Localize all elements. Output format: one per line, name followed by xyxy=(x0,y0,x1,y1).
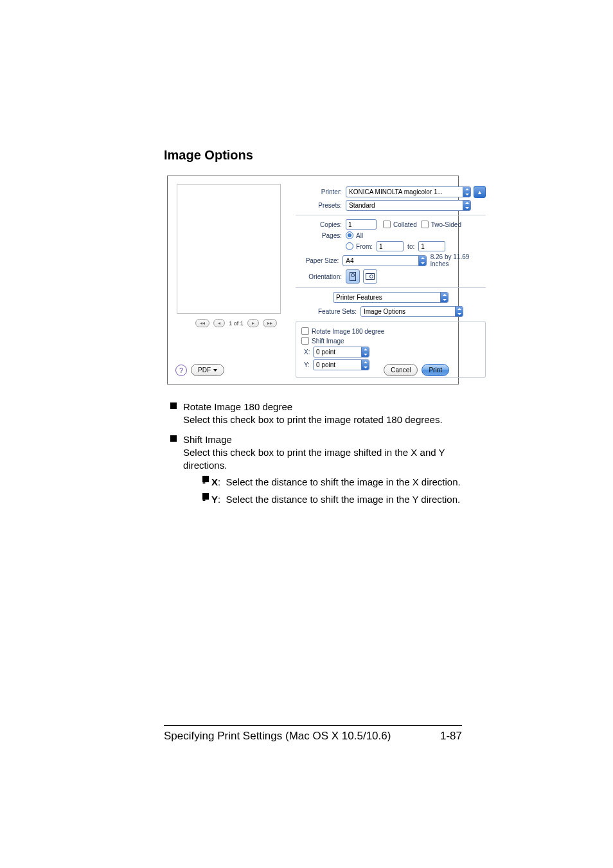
pages-all-label: All xyxy=(356,232,363,239)
preview-page-count: 1 of 1 xyxy=(229,320,244,327)
printer-status-button[interactable]: ▴ xyxy=(474,186,486,198)
pages-all-radio[interactable] xyxy=(346,231,353,239)
shift-x-label: X: xyxy=(304,348,313,356)
shift-image-desc: Shift Image Select this check box to pri… xyxy=(167,433,462,506)
orientation-portrait-button[interactable] xyxy=(346,269,360,284)
pdf-button[interactable]: PDF xyxy=(191,364,224,376)
shift-y-desc: Y: Select the distance to shift the imag… xyxy=(202,493,462,506)
collated-checkbox[interactable] xyxy=(383,221,391,228)
presets-select[interactable]: Standard xyxy=(346,200,471,211)
feature-sets-select[interactable]: Image Options xyxy=(360,306,463,317)
rotate-image-label: Rotate Image 180 degree xyxy=(312,328,384,335)
printer-label: Printer: xyxy=(296,188,342,195)
shift-x-select[interactable]: 0 point xyxy=(313,347,369,357)
preview-prev-button[interactable]: ◂ xyxy=(213,319,225,327)
paper-size-label: Paper Size: xyxy=(296,257,339,264)
preview-thumbnail xyxy=(177,184,281,314)
page-footer: Specifying Print Settings (Mac OS X 10.5… xyxy=(164,725,462,743)
two-sided-checkbox[interactable] xyxy=(421,221,429,228)
collated-label: Collated xyxy=(393,221,417,228)
preview-last-button[interactable]: ▸▸ xyxy=(263,319,277,327)
copies-input[interactable]: 1 xyxy=(346,219,377,230)
section-heading: Image Options xyxy=(164,148,462,163)
printer-select[interactable]: KONICA MINOLTA magicolor 1... xyxy=(346,186,471,197)
preview-first-button[interactable]: ◂◂ xyxy=(195,319,209,327)
feature-sets-label: Feature Sets: xyxy=(318,308,357,315)
help-icon[interactable]: ? xyxy=(175,365,187,376)
paper-size-select[interactable]: A4 xyxy=(342,255,426,266)
dialog-pane-select[interactable]: Printer Features xyxy=(333,292,449,303)
cancel-button[interactable]: Cancel xyxy=(384,364,418,376)
shift-image-label: Shift Image xyxy=(312,338,344,345)
print-dialog-screenshot: ◂◂ ◂ 1 of 1 ▸ ▸▸ Printer: KONICA MINOLTA… xyxy=(167,176,459,384)
print-button[interactable]: Print xyxy=(422,364,449,376)
rotate-image-desc: Rotate Image 180 degree Select this chec… xyxy=(167,401,462,427)
presets-label: Presets: xyxy=(296,202,342,209)
paper-size-dims: 8.26 by 11.69 inches xyxy=(431,253,486,267)
shift-x-desc: X: Select the distance to shift the imag… xyxy=(202,476,462,489)
pages-to-label: to: xyxy=(407,243,414,250)
footer-page-number: 1-87 xyxy=(440,730,462,743)
shift-image-checkbox[interactable] xyxy=(301,337,309,345)
pages-to-input[interactable]: 1 xyxy=(418,241,445,251)
pages-from-label: From: xyxy=(356,243,373,250)
preview-next-button[interactable]: ▸ xyxy=(247,319,259,327)
two-sided-label: Two-Sided xyxy=(431,221,461,228)
pages-label: Pages: xyxy=(296,232,342,239)
pages-from-input[interactable]: 1 xyxy=(377,241,404,251)
footer-title: Specifying Print Settings (Mac OS X 10.5… xyxy=(164,730,391,743)
orientation-landscape-button[interactable] xyxy=(363,269,377,284)
pages-from-radio[interactable] xyxy=(346,242,353,250)
orientation-label: Orientation: xyxy=(296,273,342,280)
copies-label: Copies: xyxy=(296,221,342,228)
options-description-list: Rotate Image 180 degree Select this chec… xyxy=(167,401,462,506)
preview-nav: ◂◂ ◂ 1 of 1 ▸ ▸▸ xyxy=(177,319,296,327)
rotate-image-checkbox[interactable] xyxy=(301,327,309,335)
